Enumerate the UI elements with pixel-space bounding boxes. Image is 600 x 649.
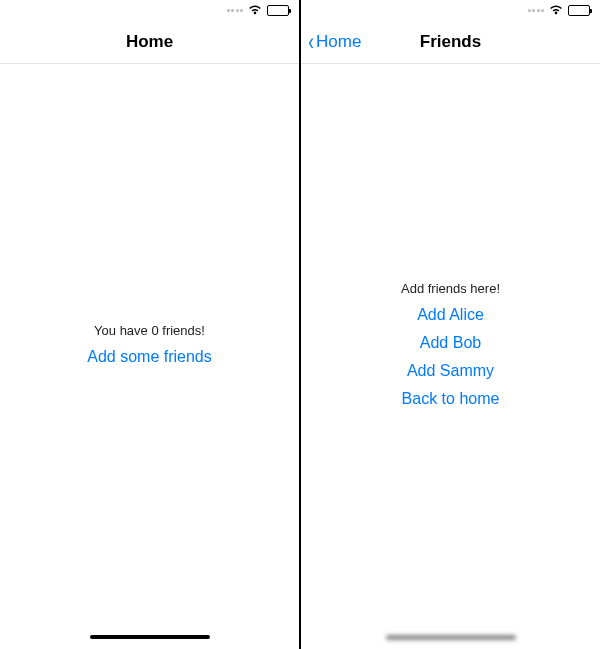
home-indicator[interactable] (90, 635, 210, 639)
page-title: Home (0, 32, 299, 52)
nav-bar: Home (0, 20, 299, 64)
content-area: Add friends here! Add Alice Add Bob Add … (301, 64, 600, 625)
wifi-icon (549, 5, 563, 15)
home-indicator[interactable] (386, 635, 516, 640)
friend-count-label: You have 0 friends! (94, 323, 205, 338)
add-friends-link[interactable]: Add some friends (87, 348, 212, 366)
home-indicator-area (301, 625, 600, 649)
add-bob-button[interactable]: Add Bob (420, 334, 481, 352)
cellular-signal-icon (227, 9, 244, 12)
wifi-icon (248, 5, 262, 15)
cellular-signal-icon (528, 9, 545, 12)
back-button-label: Home (316, 32, 361, 52)
content-area: You have 0 friends! Add some friends (0, 64, 299, 625)
battery-icon (267, 5, 289, 16)
battery-icon (568, 5, 590, 16)
chevron-left-icon: ‹ (308, 30, 314, 54)
nav-bar: ‹ Home Friends (301, 20, 600, 64)
friends-screen: ‹ Home Friends Add friends here! Add Ali… (300, 0, 600, 649)
status-bar (301, 0, 600, 20)
back-button[interactable]: ‹ Home (301, 30, 361, 54)
add-alice-button[interactable]: Add Alice (417, 306, 484, 324)
add-sammy-button[interactable]: Add Sammy (407, 362, 494, 380)
back-to-home-button[interactable]: Back to home (402, 390, 500, 408)
add-friends-heading: Add friends here! (401, 281, 500, 296)
status-bar (0, 0, 299, 20)
home-indicator-area (0, 625, 299, 649)
home-screen: Home You have 0 friends! Add some friend… (0, 0, 300, 649)
